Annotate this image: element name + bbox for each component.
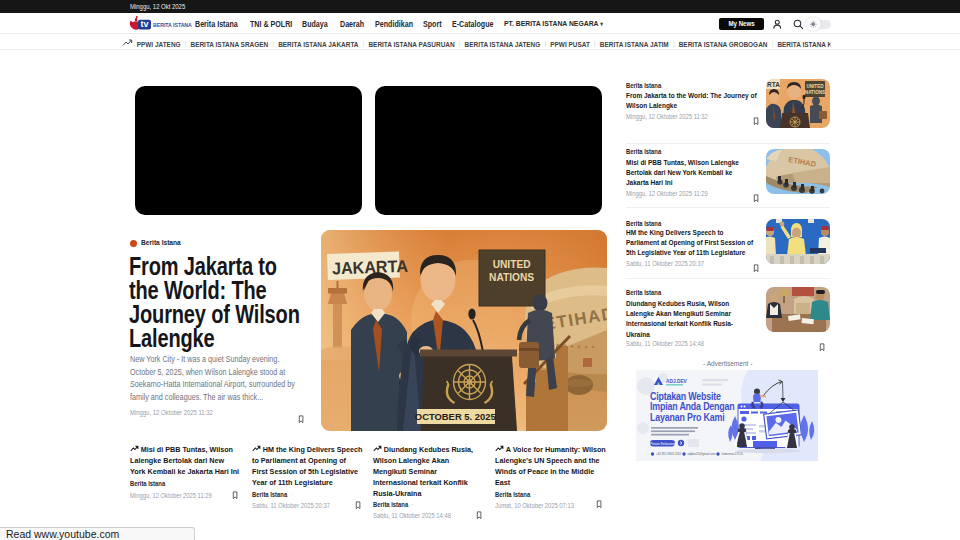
svg-text:+62 851 5805 2242: +62 851 5805 2242 [656,452,681,456]
svg-text:tv: tv [140,19,148,29]
svg-text:NATIONS: NATIONS [489,272,534,283]
svg-text:OCTOBER 5. 2025: OCTOBER 5. 2025 [415,411,497,422]
svg-text:UNITED: UNITED [493,259,531,270]
svg-text:BERITA ISTANA: BERITA ISTANA [153,22,192,28]
svg-text:Pesan Sekarang: Pesan Sekarang [650,442,675,446]
svg-text:Indonesia 57576: Indonesia 57576 [722,452,744,456]
svg-text:UNITED: UNITED [806,84,824,89]
svg-text:RTA: RTA [767,81,780,88]
svg-text:NATIONS: NATIONS [805,90,825,95]
svg-text:ADJ.DEV: ADJ.DEV [666,379,688,384]
svg-text:adjdev25@gmail.com: adjdev25@gmail.com [688,452,716,456]
svg-text:Layanan Pro Kami: Layanan Pro Kami [650,411,725,423]
